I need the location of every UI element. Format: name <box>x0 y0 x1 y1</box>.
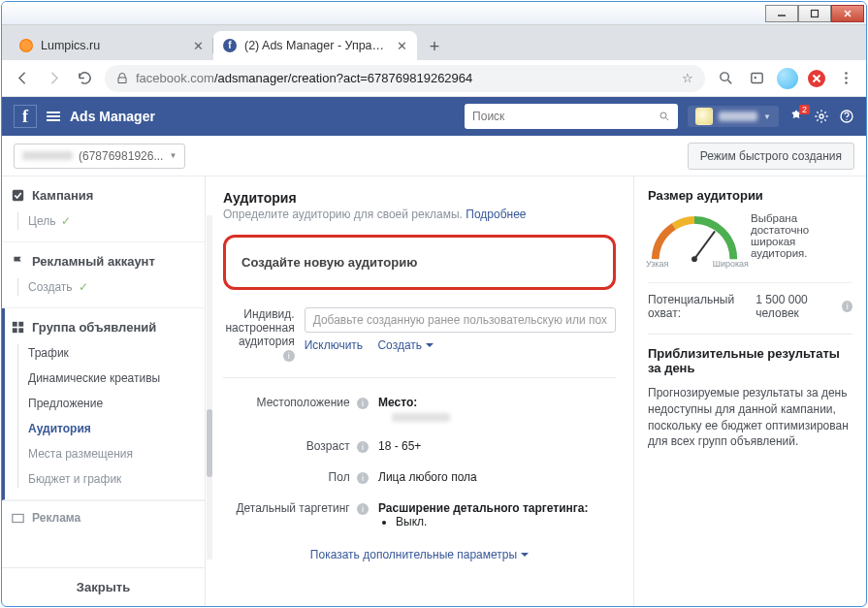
nav-item-create[interactable]: Создать ✓ <box>28 278 195 296</box>
nav-section-campaign: Кампания Цель ✓ <box>2 176 205 242</box>
address-bar[interactable]: facebook.com/adsmanager/creation?act=678… <box>105 65 705 92</box>
show-more-row: Показать дополнительные параметры <box>223 548 616 561</box>
nav-forward-button[interactable] <box>43 68 64 89</box>
nav-reload-button[interactable] <box>74 68 95 89</box>
grid-icon <box>12 321 24 334</box>
fb-notif-badge: 2 <box>799 105 810 114</box>
adblock-icon[interactable] <box>808 70 825 87</box>
svg-rect-20 <box>18 328 23 333</box>
value-gender: Лица любого пола <box>378 470 616 484</box>
browser-tabstrip: Lumpics.ru ✕ f (2) Ads Manager - Управле… <box>2 25 866 60</box>
svg-rect-21 <box>13 514 23 522</box>
reach-value: 1 500 000 человек <box>755 293 842 320</box>
show-more-link[interactable]: Показать дополнительные параметры <box>310 548 529 561</box>
svg-line-22 <box>694 231 715 259</box>
check-icon: ✓ <box>61 214 71 228</box>
fb-settings-icon[interactable] <box>814 109 829 124</box>
nav-head-ads[interactable]: Реклама <box>12 511 195 525</box>
window-titlebar <box>2 2 866 25</box>
hamburger-icon[interactable] <box>47 112 60 121</box>
ad-account-id: (67876981926... <box>79 149 163 163</box>
nav-item-budget[interactable]: Бюджет и график <box>28 470 195 488</box>
profile-avatar[interactable] <box>777 68 798 89</box>
label-custom-audience: Индивид. настроенная аудитория i <box>223 307 305 362</box>
gauge-label-narrow: Узкая <box>646 259 668 269</box>
info-icon[interactable]: i <box>357 441 369 453</box>
browser-menu-button[interactable] <box>835 68 856 89</box>
star-icon[interactable]: ☆ <box>682 71 693 85</box>
create-new-audience-callout[interactable]: Создайте новую аудиторию <box>223 235 616 290</box>
create-dropdown[interactable]: Создать <box>377 338 434 352</box>
window-minimize-button[interactable] <box>765 5 798 22</box>
info-icon[interactable]: i <box>283 350 295 362</box>
nav-section-ads: Реклама <box>2 500 205 525</box>
window-maximize-button[interactable] <box>798 5 831 22</box>
svg-rect-17 <box>13 322 17 327</box>
reach-label: Потенциальный охват: <box>648 293 755 320</box>
quick-creation-button[interactable]: Режим быстрого создания <box>688 143 854 170</box>
window-close-button[interactable] <box>831 5 864 22</box>
flag-icon <box>12 255 24 268</box>
fb-account-pill[interactable]: ▼ <box>688 106 779 127</box>
nav-item-goal[interactable]: Цель ✓ <box>28 212 195 230</box>
location-value-blurred <box>392 413 450 422</box>
nav-item-placements[interactable]: Места размещения <box>28 445 195 463</box>
browser-tab-lumpics[interactable]: Lumpics.ru ✕ <box>10 31 213 60</box>
audience-size-title: Размер аудитории <box>648 188 852 203</box>
fb-logo-icon[interactable]: f <box>14 105 37 128</box>
fb-search-input[interactable]: Поиск <box>465 104 678 129</box>
ad-account-selector[interactable]: (67876981926... ▼ <box>14 144 185 169</box>
ad-account-name-blurred <box>22 151 73 160</box>
gauge-description: Выбрана достаточно широкая аудитория. <box>751 212 852 259</box>
tab-close-icon[interactable]: ✕ <box>193 39 204 53</box>
extensions-icon[interactable] <box>746 68 767 89</box>
fb-help-icon[interactable] <box>839 109 854 124</box>
label-age: Возраст i <box>223 439 378 453</box>
fb-header: f Ads Manager Поиск ▼ 2 <box>2 97 866 136</box>
tab-close-icon[interactable]: ✕ <box>397 39 407 53</box>
nav-head-adaccount[interactable]: Рекламный аккаунт <box>12 254 195 269</box>
svg-rect-18 <box>18 322 23 327</box>
nav-section-adaccount: Рекламный аккаунт Создать ✓ <box>2 242 205 308</box>
svg-point-9 <box>845 77 848 80</box>
browser-toolbar: facebook.com/adsmanager/creation?act=678… <box>2 60 866 97</box>
favicon-facebook: f <box>223 39 237 52</box>
info-icon[interactable]: i <box>357 472 369 484</box>
label-location: Местоположение i <box>223 396 378 409</box>
exclude-link[interactable]: Исключить <box>305 338 363 352</box>
row-location: Местоположение i Место: <box>223 396 616 422</box>
nav-head-campaign[interactable]: Кампания <box>12 188 195 203</box>
info-icon[interactable]: i <box>357 398 369 409</box>
row-age: Возраст i 18 - 65+ <box>223 439 616 453</box>
targeting-expansion-header: Расширение детального таргетинга: <box>378 501 589 515</box>
divider <box>223 377 616 378</box>
custom-audience-input[interactable]: Добавьте созданную ранее пользовательску… <box>305 307 616 333</box>
audience-gauge: Узкая Широкая <box>648 212 741 267</box>
value-age: 18 - 65+ <box>378 439 616 453</box>
zoom-icon[interactable] <box>715 68 736 89</box>
ad-icon <box>12 512 24 525</box>
svg-rect-6 <box>751 74 761 83</box>
info-icon[interactable]: i <box>842 301 852 312</box>
new-tab-button[interactable]: + <box>421 33 448 60</box>
nav-item-audience[interactable]: Аудитория <box>28 420 195 437</box>
learn-more-link[interactable]: Подробнее <box>466 208 526 221</box>
close-button[interactable]: Закрыть <box>77 580 130 594</box>
svg-point-8 <box>845 72 848 75</box>
nav-head-adset[interactable]: Группа объявлений <box>12 320 195 335</box>
nav-item-traffic[interactable]: Трафик <box>28 344 195 362</box>
tab-title: Lumpics.ru <box>41 39 185 52</box>
left-nav: Кампания Цель ✓ Рекламный аккаунт Создат… <box>2 176 206 606</box>
svg-line-12 <box>666 118 669 121</box>
estimated-results-body: Прогнозируемые результаты за день недост… <box>648 385 852 450</box>
fb-notifications-icon[interactable]: 2 <box>788 109 804 124</box>
nav-item-offer[interactable]: Предложение <box>28 395 195 412</box>
targeting-expansion-value: Выкл. <box>396 515 616 528</box>
lock-icon <box>116 73 128 84</box>
browser-tab-adsmanager[interactable]: f (2) Ads Manager - Управление р ✕ <box>213 31 417 60</box>
nav-back-button[interactable] <box>12 68 33 89</box>
nav-item-dynamic-creatives[interactable]: Динамические креативы <box>28 369 195 387</box>
svg-rect-7 <box>754 77 755 79</box>
svg-point-11 <box>660 112 666 118</box>
info-icon[interactable]: i <box>357 503 369 515</box>
